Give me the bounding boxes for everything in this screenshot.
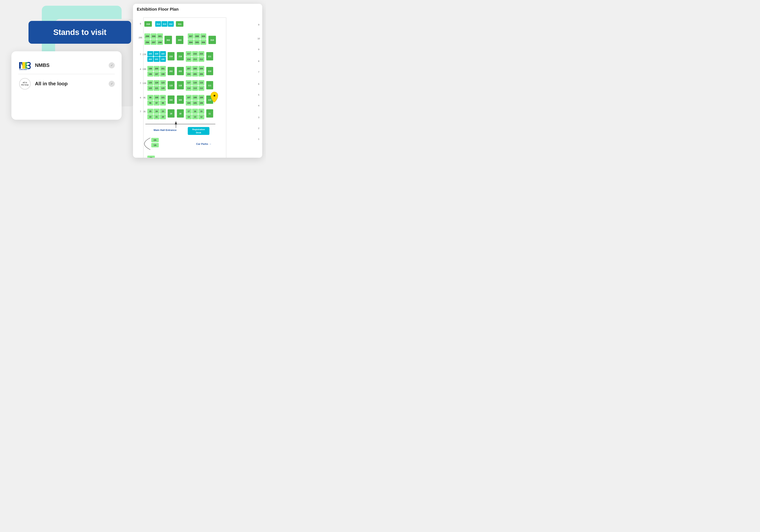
svg-text:118: 118 <box>179 84 182 87</box>
svg-text:14: 14 <box>188 116 190 118</box>
svg-text:311: 311 <box>178 23 182 25</box>
svg-text:111: 111 <box>208 84 212 87</box>
svg-text:97: 97 <box>156 102 158 104</box>
svg-text:213: 213 <box>193 58 197 61</box>
svg-text:310: 310 <box>210 39 214 41</box>
svg-text:126: 126 <box>142 82 146 84</box>
svg-text:5: 5 <box>258 94 259 96</box>
svg-text:99: 99 <box>149 97 151 99</box>
svg-text:211: 211 <box>208 56 212 58</box>
exhibitor-row-nmbs[interactable]: STRENGTHENING INDEPENDENTS NMBS ✓ <box>18 57 115 74</box>
svg-text:301: 301 <box>158 35 162 37</box>
nmbs-name: NMBS <box>35 62 109 68</box>
svg-text:3A: 3A <box>150 157 153 158</box>
floor-plan-title: Exhibition Floor Plan <box>133 4 262 14</box>
svg-text:21: 21 <box>156 116 158 118</box>
svg-text:199: 199 <box>149 68 152 70</box>
svg-rect-9 <box>25 67 27 69</box>
svg-text:119: 119 <box>169 84 173 87</box>
svg-text:18: 18 <box>179 113 181 115</box>
svg-text:205: 205 <box>193 73 197 75</box>
svg-text:100: 100 <box>155 97 159 99</box>
svg-text:Main Hall Entrance: Main Hall Entrance <box>154 129 177 131</box>
svg-text:Registration: Registration <box>192 128 205 130</box>
svg-text:196: 196 <box>149 73 152 75</box>
svg-text:203: 203 <box>179 70 182 73</box>
svg-text:314: 314 <box>156 23 160 25</box>
svg-text:6: 6 <box>258 83 259 85</box>
svg-text:109: 109 <box>200 97 203 99</box>
svg-rect-5 <box>24 62 25 69</box>
stands-banner-text: Stands to visit <box>53 28 106 37</box>
svg-rect-8 <box>25 65 27 66</box>
svg-text:19: 19 <box>170 113 172 115</box>
svg-text:122: 122 <box>149 87 152 89</box>
svg-text:105: 105 <box>193 102 197 104</box>
svg-text:121: 121 <box>155 87 159 89</box>
svg-text:222: 222 <box>149 58 152 61</box>
svg-text:313: 313 <box>163 23 166 25</box>
svg-text:298: 298 <box>158 41 162 43</box>
exhibitor-row-loop[interactable]: all inthe loop All in the loop ✓ <box>18 75 115 92</box>
svg-text:114: 114 <box>187 87 191 89</box>
svg-text:219: 219 <box>169 56 173 58</box>
svg-text:113: 113 <box>193 87 197 89</box>
nmbs-logo: STRENGTHENING INDEPENDENTS <box>18 60 31 71</box>
svg-text:309: 309 <box>202 35 205 37</box>
svg-text:112: 112 <box>200 87 203 89</box>
svg-text:26: 26 <box>143 110 146 113</box>
svg-text:2: 2 <box>258 127 259 129</box>
svg-text:101: 101 <box>161 97 165 99</box>
svg-text:296: 296 <box>146 41 149 43</box>
svg-text:116: 116 <box>193 82 197 84</box>
svg-text:13: 13 <box>194 116 196 118</box>
floor-plan-card: Exhibition Floor Plan 9 10 9 8 7 6 5 4 3… <box>133 4 262 158</box>
exhibitors-card: STRENGTHENING INDEPENDENTS NMBS ✓ all in… <box>11 51 121 120</box>
svg-text:318: 318 <box>146 23 150 25</box>
svg-text:216: 216 <box>193 53 197 55</box>
svg-marker-228 <box>175 121 177 124</box>
svg-text:300: 300 <box>152 35 156 37</box>
svg-text:108: 108 <box>193 97 197 99</box>
svg-text:7: 7 <box>140 53 141 56</box>
svg-text:25: 25 <box>149 110 151 113</box>
svg-text:4: 4 <box>140 97 141 99</box>
svg-text:302: 302 <box>166 39 170 41</box>
svg-text:125: 125 <box>149 82 152 84</box>
loop-logo-circle: all inthe loop <box>19 78 30 89</box>
svg-text:120: 120 <box>161 87 165 89</box>
svg-text:207: 207 <box>187 68 191 70</box>
svg-text:220: 220 <box>161 58 165 61</box>
svg-text:23: 23 <box>162 110 164 113</box>
svg-text:297: 297 <box>152 41 156 43</box>
svg-text:7: 7 <box>140 82 141 84</box>
svg-text:307: 307 <box>189 35 192 37</box>
svg-text:306: 306 <box>202 41 205 43</box>
svg-text:20: 20 <box>162 116 164 118</box>
svg-text:210: 210 <box>208 70 212 73</box>
svg-text:4: 4 <box>258 105 260 107</box>
svg-text:9: 9 <box>140 23 141 25</box>
svg-text:225: 225 <box>149 53 152 55</box>
svg-text:117: 117 <box>187 82 191 84</box>
svg-text:312: 312 <box>169 23 172 25</box>
svg-text:15: 15 <box>200 110 203 113</box>
svg-text:17: 17 <box>188 110 190 113</box>
svg-text:200: 200 <box>155 68 159 70</box>
nmbs-check-icon: ✓ <box>109 62 115 69</box>
loop-name: All in the loop <box>35 81 109 87</box>
svg-text:110: 110 <box>208 99 212 101</box>
svg-text:8: 8 <box>258 60 259 62</box>
loop-check-icon: ✓ <box>109 81 115 87</box>
floor-plan-svg-container: 9 10 9 8 7 6 5 4 3 2 1 9 318 314 <box>133 14 262 158</box>
svg-text:123: 123 <box>161 82 165 84</box>
svg-text:Desk: Desk <box>196 131 201 134</box>
stands-banner: Stands to visit <box>28 21 131 44</box>
svg-text:198: 198 <box>161 73 165 75</box>
svg-text:7: 7 <box>258 71 259 73</box>
svg-text:304: 304 <box>189 41 193 43</box>
svg-text:9: 9 <box>258 24 259 26</box>
svg-text:217: 217 <box>187 53 191 55</box>
svg-text:206: 206 <box>200 73 203 75</box>
svg-text:24: 24 <box>156 110 158 113</box>
